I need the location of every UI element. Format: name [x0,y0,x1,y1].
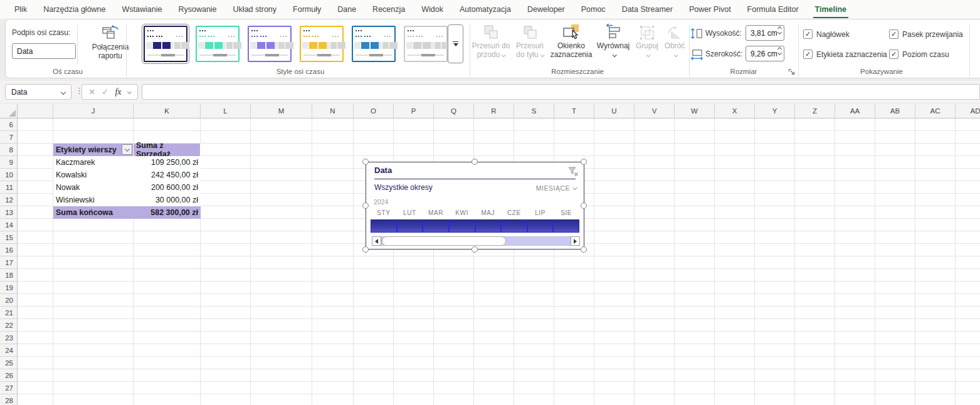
clear-filter-icon[interactable] [567,165,579,177]
row-header-21[interactable]: 21 [0,307,18,319]
tab-uk-ad-strony[interactable]: Układ strony [225,0,285,19]
row-header-17[interactable]: 17 [0,256,18,269]
bar-segment-lip[interactable] [527,220,553,232]
tab-deweloper[interactable]: Deweloper [519,0,573,19]
pivot-row-label[interactable]: Nowak [53,181,134,194]
confirm-entry-icon[interactable]: ✓ [102,87,108,97]
bar-segment-kwi[interactable] [448,220,475,232]
timeline-style-blue[interactable] [352,26,396,62]
scrollbar-track[interactable] [381,236,571,246]
selection-pane-button[interactable]: Okienkozaznaczenia [549,21,594,59]
resize-handle[interactable] [362,202,369,209]
checkbox-box[interactable]: ✓ [803,50,813,59]
align-button[interactable]: Wyrównaj [594,21,633,59]
tab-formula-editor[interactable]: Formula Editor [739,0,807,19]
row-header-16[interactable]: 16 [0,244,18,256]
column-header-X[interactable]: X [715,104,755,118]
checkbox-etykieta-zaznaczenia[interactable]: ✓Etykieta zaznaczenia [803,50,887,59]
slicer-selection-bar[interactable] [371,219,579,233]
row-header-20[interactable]: 20 [0,294,18,307]
tab-timeline[interactable]: Timeline [807,0,855,19]
resize-handle[interactable] [362,159,369,165]
timeline-style-dark-navy[interactable] [144,26,187,62]
resize-handle[interactable] [362,246,369,253]
timeline-style-gold[interactable] [300,26,344,62]
tab-data-streamer[interactable]: Data Streamer [614,0,681,19]
row-header-25[interactable]: 25 [0,357,18,369]
row-header-19[interactable]: 19 [0,281,18,294]
pivot-row-value[interactable]: 200 600,00 zł [134,181,201,194]
column-header-S[interactable]: S [514,104,554,118]
pivot-row-value[interactable]: 30 000,00 zł [134,194,201,206]
resize-handle[interactable] [581,159,587,165]
row-header-9[interactable]: 9 [0,156,18,169]
resize-handle[interactable] [472,246,478,253]
column-header-R[interactable]: R [474,104,514,118]
row-header-7[interactable]: 7 [0,131,18,144]
column-header-AC[interactable]: AC [915,104,956,118]
pivot-total-value[interactable]: 582 300,00 zł [134,206,201,219]
insert-function-icon[interactable]: fx [115,87,121,97]
bar-segment-sie[interactable] [552,220,579,232]
tab-automatyzacja[interactable]: Automatyzacja [451,0,519,19]
checkbox-box[interactable]: ✓ [889,50,898,59]
checkbox-box[interactable]: ✓ [889,29,898,39]
column-header-Y[interactable]: Y [755,104,795,118]
column-header-W[interactable]: W [675,104,715,118]
height-input[interactable]: 3,81 cm [746,25,784,41]
column-header-AB[interactable]: AB [875,104,915,118]
row-header-28[interactable]: 28 [0,394,18,405]
row-header-10[interactable]: 10 [0,169,18,181]
pivot-values-header[interactable]: Suma z Sprzedaż [134,144,201,156]
scroll-right-button[interactable] [571,236,580,246]
row-header-18[interactable]: 18 [0,269,18,281]
column-header-T[interactable]: T [554,104,594,118]
bar-segment-maj[interactable] [475,220,501,232]
timeline-caption-input[interactable] [12,43,76,59]
checkbox-nagłówek[interactable]: ✓Nagłówek [803,29,850,39]
bar-segment-lut[interactable] [396,220,423,232]
report-connections-button[interactable]: Połączenia raportu [86,22,135,76]
scrollbar-thumb[interactable] [382,236,506,246]
timeline-slicer[interactable]: Data Wszystkie okresy MIESIĄCE 2024 STYL… [366,162,584,250]
row-header-12[interactable]: 12 [0,194,18,206]
column-header-AA[interactable]: AA [835,104,875,118]
width-input[interactable]: 9,26 cm [746,46,784,61]
time-level-dropdown[interactable]: MIESIĄCE [536,184,576,192]
bar-segment-cze[interactable] [500,220,527,232]
pivot-row-value[interactable]: 109 250,00 zł [134,156,201,169]
row-header-8[interactable]: 8 [0,144,18,156]
column-header-M[interactable]: M [251,104,312,118]
pivot-row-value[interactable]: 242 450,00 zł [134,169,201,181]
bar-segment-sty[interactable] [371,220,396,232]
checkbox-pasek-przewijania[interactable]: ✓Pasek przewijania [889,29,963,39]
pivot-row-label[interactable]: Kowalski [53,169,134,181]
row-header-14[interactable]: 14 [0,219,18,231]
tab-dane[interactable]: Dane [329,0,364,19]
checkbox-poziom-czasu[interactable]: ✓Poziom czasu [889,50,949,59]
row-header-26[interactable]: 26 [0,369,18,382]
formula-input[interactable] [142,84,980,100]
row-header-27[interactable]: 27 [0,382,18,394]
tab-power-pivot[interactable]: Power Pivot [681,0,739,19]
column-header-Z[interactable]: Z [795,104,835,118]
column-header-partial[interactable] [18,104,53,118]
row-header-15[interactable]: 15 [0,231,18,244]
column-header-N[interactable]: N [312,104,354,118]
scroll-left-button[interactable] [372,236,381,246]
select-all-corner[interactable] [0,104,18,118]
row-header-23[interactable]: 23 [0,332,18,344]
pivot-total-label[interactable]: Suma końcowa [53,206,134,219]
timeline-style-mint[interactable] [196,26,240,62]
column-header-U[interactable]: U [594,104,635,118]
row-header-24[interactable]: 24 [0,344,18,357]
size-dialog-launcher-icon[interactable] [788,68,796,76]
tab-pomoc[interactable]: Pomoc [573,0,614,19]
column-header-O[interactable]: O [354,104,394,118]
tab-widok[interactable]: Widok [413,0,451,19]
tab-narz-dzia-g-wne[interactable]: Narzędzia główne [35,0,113,19]
column-header-V[interactable]: V [635,104,675,118]
column-header-P[interactable]: P [394,104,434,118]
checkbox-box[interactable]: ✓ [803,29,813,39]
cancel-entry-icon[interactable]: ✕ [88,87,95,97]
